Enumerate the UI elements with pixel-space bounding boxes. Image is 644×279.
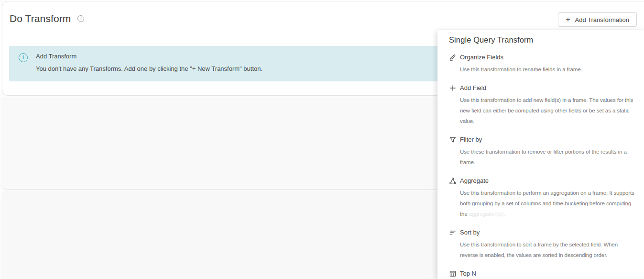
menu-item-label: Sort by: [460, 228, 641, 236]
alert-message: You don't have any Transforms. Add one b…: [36, 65, 262, 72]
alert-info-icon: i: [19, 53, 28, 62]
page-title: Do Transform: [10, 13, 71, 24]
menu-item-description: Use this transformation to rename fields…: [460, 64, 641, 75]
menu-item-description: Use this transformation to sort a frame …: [460, 239, 641, 260]
add-transformation-button-label: Add Transformation: [575, 16, 629, 23]
menu-item[interactable]: Add Field Use this transformation to add…: [449, 84, 641, 126]
menu-item[interactable]: Top N Use this transformation to select …: [449, 269, 641, 279]
menu-item-description: Use this transformation to add new field…: [460, 95, 641, 126]
plus-icon: +: [566, 16, 570, 23]
alert-body: Add Transform You don't have any Transfo…: [36, 52, 262, 72]
menu-item-label: Filter by: [460, 135, 641, 144]
menu-item-description-faint: aggregation(s).: [468, 211, 505, 217]
menu-item-label: Add Field: [460, 84, 641, 92]
alert-title: Add Transform: [36, 52, 262, 60]
table-icon: [449, 270, 457, 278]
filter-icon: [449, 136, 457, 144]
menu-item-label: Organize Fields: [460, 53, 641, 61]
aggregate-icon: [449, 177, 457, 185]
plus-icon: [449, 84, 457, 92]
menu-item-label: Aggregate: [460, 177, 641, 185]
menu-item[interactable]: Organize Fields Use this transformation …: [449, 53, 641, 75]
sort-icon: [449, 229, 457, 236]
add-transformation-button[interactable]: + Add Transformation: [558, 12, 637, 27]
menu-item-list: Organize Fields Use this transformation …: [449, 53, 641, 279]
info-icon[interactable]: i: [77, 15, 84, 22]
menu-item-description: Use these transformation to remove or fi…: [460, 146, 641, 167]
menu-item[interactable]: Aggregate Use this transformation to per…: [449, 177, 641, 219]
pencil-icon: [449, 54, 457, 61]
menu-item-label: Top N: [460, 269, 641, 278]
transform-menu-panel: Single Query Transform Organize Fields U…: [437, 30, 644, 279]
menu-heading: Single Query Transform: [449, 35, 641, 45]
card-header: Do Transform i: [2, 1, 644, 24]
menu-item-description: Use this transformation to perform an ag…: [460, 188, 641, 219]
menu-item[interactable]: Sort by Use this transformation to sort …: [449, 228, 641, 260]
menu-item[interactable]: Filter by Use these transformation to re…: [449, 135, 641, 167]
